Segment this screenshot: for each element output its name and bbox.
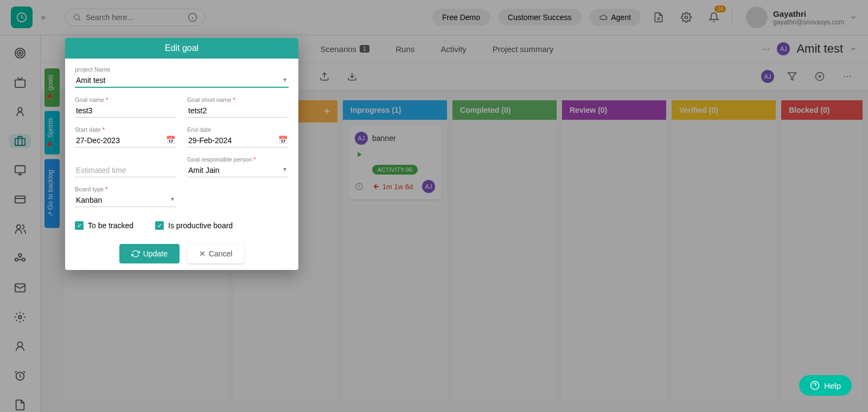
chevron-down-icon: ▾ xyxy=(283,76,286,83)
calendar-icon[interactable]: 📅 xyxy=(166,136,175,144)
update-button[interactable]: Update xyxy=(119,244,180,263)
responsible-person-select[interactable]: Amit Jain xyxy=(187,164,289,177)
refresh-icon xyxy=(131,249,140,258)
check-icon: ✓ xyxy=(75,221,84,230)
end-date-input[interactable] xyxy=(187,134,289,147)
start-date-label: Start date xyxy=(75,126,176,133)
chevron-down-icon: ▾ xyxy=(283,165,286,173)
help-icon xyxy=(810,381,820,390)
goal-short-name-label: Goal short name xyxy=(187,96,289,103)
goal-short-name-input[interactable] xyxy=(187,104,289,118)
help-button[interactable]: Help xyxy=(799,375,852,396)
start-date-input[interactable] xyxy=(75,134,176,147)
edit-goal-modal: Edit goal project Name Amit test ▾ Goal … xyxy=(65,38,298,270)
board-type-select[interactable]: Kanban xyxy=(75,194,176,207)
is-productive-checkbox[interactable]: ✓ Is productive board xyxy=(155,221,233,230)
modal-title: Edit goal xyxy=(65,38,298,59)
project-name-select[interactable]: Amit test xyxy=(75,74,289,88)
close-icon: ✕ xyxy=(199,249,206,258)
goal-name-input[interactable] xyxy=(75,104,176,118)
board-type-label: Board type xyxy=(75,186,176,192)
check-icon: ✓ xyxy=(155,221,164,230)
estimated-time-input[interactable] xyxy=(75,164,176,177)
calendar-icon[interactable]: 📅 xyxy=(278,136,288,144)
end-date-label: End date xyxy=(187,126,289,133)
goal-name-label: Goal name xyxy=(75,96,176,103)
cancel-button[interactable]: ✕ Cancel xyxy=(187,244,245,263)
project-name-label: project Name xyxy=(75,66,289,73)
responsible-person-label: Goal responsible person xyxy=(187,156,289,163)
chevron-down-icon: ▾ xyxy=(171,195,174,203)
to-be-tracked-checkbox[interactable]: ✓ To be tracked xyxy=(75,221,133,230)
